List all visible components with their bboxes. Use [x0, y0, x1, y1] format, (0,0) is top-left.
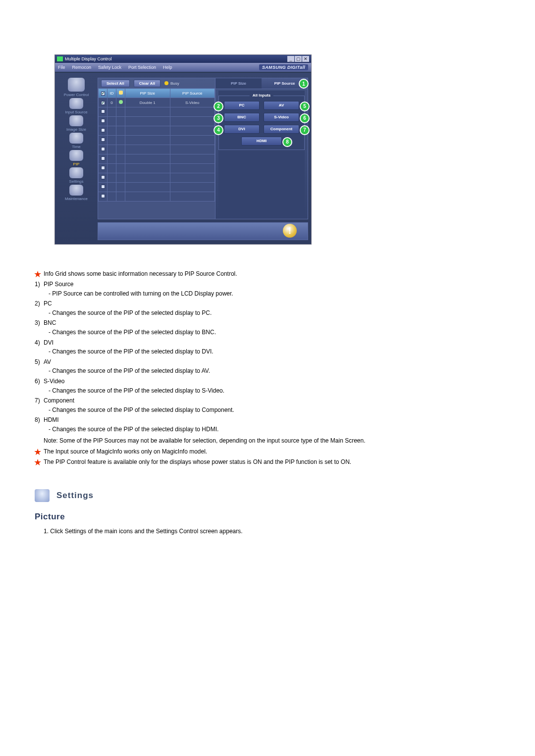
star-icon: ★ [34, 268, 42, 281]
star-icon: ★ [34, 456, 42, 469]
item-number: 5) [35, 357, 40, 367]
tab-pip-size[interactable]: PIP Size [215, 78, 262, 89]
hdmi-button[interactable]: HDMI 8 [241, 137, 282, 146]
item-number: 8) [35, 415, 40, 425]
table-row[interactable] [99, 126, 215, 136]
button-label: AV [279, 103, 284, 107]
document-body: ★ Info Grid shows some basic information… [35, 269, 505, 536]
row-checkbox[interactable] [101, 194, 105, 198]
sidebar-item-label: Time [57, 145, 96, 149]
item-number: 2) [35, 299, 40, 308]
callout-badge: 1 [299, 79, 309, 89]
component-button[interactable]: Component 7 [264, 125, 299, 134]
row-checkbox[interactable] [101, 119, 105, 123]
table-row[interactable] [99, 117, 215, 126]
note-text: Note: Some of the PIP Sources may not be… [44, 436, 505, 446]
item-desc: - Changes the source of the PIP of the s… [44, 425, 505, 434]
row-checkbox[interactable] [101, 128, 105, 132]
maximize-button[interactable]: ▢ [295, 56, 302, 62]
item-title: Component [44, 397, 74, 404]
table-row[interactable] [99, 164, 215, 173]
sidebar-item-label: Maintenance [57, 197, 96, 201]
item-title: HDMI [44, 416, 59, 423]
row-checkbox[interactable] [101, 156, 105, 160]
item-number: 3) [35, 318, 40, 328]
menu-port-selection[interactable]: Port Selection [128, 65, 156, 70]
select-all-button[interactable]: Select All [101, 80, 130, 87]
grid-header-checkbox[interactable] [99, 89, 107, 98]
sidebar-item-label: Power Control [57, 93, 96, 97]
callout-badge: 6 [300, 113, 310, 123]
app-icon [57, 56, 63, 61]
row-checkbox[interactable] [101, 185, 105, 189]
item-desc: - Changes the source of the PIP of the s… [44, 308, 505, 318]
item-title: PIP Source [44, 281, 73, 288]
table-row[interactable] [99, 192, 215, 202]
sidebar-item-pip[interactable]: PIP [57, 150, 96, 166]
row-checkbox[interactable] [101, 166, 105, 170]
sidebar-item-label: PIP [57, 162, 96, 166]
row-checkbox[interactable] [101, 101, 105, 105]
row-checkbox[interactable] [101, 109, 105, 113]
checkbox-icon[interactable] [101, 92, 105, 96]
av-button[interactable]: AV 5 [264, 101, 299, 110]
row-checkbox[interactable] [101, 175, 105, 179]
item-title: AV [44, 358, 51, 365]
sidebar-item-input-source[interactable]: Input Source [57, 98, 96, 114]
item-title: DVI [44, 339, 54, 346]
menu-safety-lock[interactable]: Safety Lock [98, 65, 121, 70]
busy-label: Busy [170, 81, 179, 86]
table-row[interactable]: 0 Double 1 S-Video [99, 98, 215, 107]
row-checkbox[interactable] [101, 147, 105, 151]
list-item: 8) HDMI - Changes the source of the PIP … [35, 415, 505, 434]
sidebar-item-label: Input Source [57, 110, 96, 114]
table-row[interactable] [99, 173, 215, 183]
brand-label: SAMSUNG DIGITall [259, 64, 308, 70]
pc-button[interactable]: 2 PC [224, 101, 260, 110]
button-label: Component [270, 127, 292, 131]
callout-badge: 3 [214, 113, 223, 123]
tab-pip-source[interactable]: PIP Source 1 [262, 78, 308, 89]
sidebar-item-power-control[interactable]: Power Control [57, 78, 96, 97]
table-row[interactable] [99, 154, 215, 164]
sidebar: Power Control Input Source Image Size Ti… [57, 78, 96, 239]
table-row[interactable] [99, 136, 215, 145]
list-item: 2) PC - Changes the source of the PIP of… [35, 299, 505, 317]
minimize-button[interactable]: _ [287, 56, 294, 62]
close-button[interactable]: ✕ [302, 56, 309, 62]
table-row[interactable] [99, 107, 215, 117]
power-control-icon [68, 78, 85, 92]
step-number: 1. [44, 528, 49, 535]
item-desc: - Changes the source of the PIP of the s… [44, 386, 505, 396]
menubar: File Remocon Safety Lock Port Selection … [55, 63, 311, 72]
item-title: S-Video [44, 378, 64, 385]
table-row[interactable] [99, 183, 215, 192]
info-grid: ID PIP Size PIP Source 0 Double 1 S-Vid [98, 88, 215, 219]
clear-all-button[interactable]: Clear All [134, 80, 160, 87]
dvi-button[interactable]: 4 DVI [224, 125, 260, 134]
sidebar-item-maintenance[interactable]: Maintenance [57, 185, 96, 201]
all-inputs-group: All Inputs 2 PC AV 5 [218, 96, 305, 150]
callout-badge: 2 [214, 101, 223, 111]
row-checkbox[interactable] [101, 138, 105, 142]
row-pip-source: S-Video [170, 98, 215, 107]
tab-label: PIP Source [274, 81, 295, 86]
pip-icon [69, 150, 83, 161]
picture-subheading: Picture [35, 512, 505, 522]
menu-help[interactable]: Help [163, 65, 172, 70]
bnc-button[interactable]: 3 BNC [224, 113, 260, 122]
button-label: BNC [237, 115, 246, 119]
sidebar-item-settings[interactable]: Settings [57, 167, 96, 184]
sidebar-item-time[interactable]: Time [57, 133, 96, 149]
menu-file[interactable]: File [58, 65, 65, 70]
app-window: Multiple Display Control _ ▢ ✕ File Remo… [54, 54, 312, 245]
item-title: BNC [44, 319, 56, 326]
sidebar-item-image-size[interactable]: Image Size [57, 115, 96, 132]
menu-remocon[interactable]: Remocon [72, 65, 92, 70]
table-row[interactable] [99, 145, 215, 154]
settings-icon [69, 167, 83, 178]
item-desc: - Changes the source of the PIP of the s… [44, 405, 505, 415]
svideo-button[interactable]: S-Video 6 [264, 113, 299, 122]
button-label: HDMI [257, 139, 267, 143]
button-label: PC [239, 103, 244, 107]
